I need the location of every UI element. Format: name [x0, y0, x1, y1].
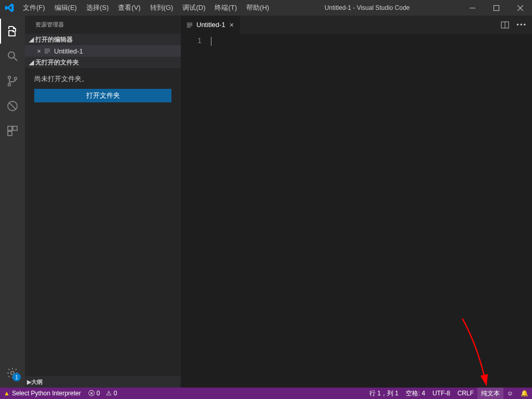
svg-rect-1 — [494, 5, 499, 10]
status-line-col[interactable]: 行 1，列 1 — [366, 388, 402, 399]
activity-search[interactable] — [0, 44, 25, 69]
search-icon — [6, 50, 19, 62]
bell-icon: 🔔 — [521, 390, 528, 397]
untitled-file-icon — [186, 21, 193, 29]
activity-extensions[interactable] — [0, 118, 25, 143]
vscode-window: 文件(F) 编辑(E) 选择(S) 查看(V) 转到(G) 调试(D) 终端(T… — [0, 0, 532, 399]
minimize-button[interactable] — [460, 0, 484, 16]
chevron-right-icon: ▶ — [27, 379, 31, 385]
menu-file[interactable]: 文件(F) — [18, 0, 50, 16]
status-indentation[interactable]: 空格: 4 — [402, 388, 429, 399]
editor-group: Untitled-1 × ••• 1 — [181, 16, 532, 388]
outline-header[interactable]: ▶ 大纲 — [25, 376, 181, 388]
status-problems[interactable]: ⓧ0 ⚠0 — [85, 388, 121, 399]
open-editors-header[interactable]: ◢ 打开的编辑器 — [25, 34, 181, 45]
sidebar-title: 资源管理器 — [25, 16, 181, 34]
chevron-down-icon: ◢ — [27, 36, 35, 43]
extensions-icon — [6, 125, 19, 137]
activity-settings[interactable]: 1 — [0, 361, 25, 385]
text-editor[interactable]: 1 — [181, 34, 532, 388]
chevron-down-icon: ◢ — [27, 59, 35, 66]
warning-icon: ▲ — [4, 390, 10, 397]
settings-badge: 1 — [12, 373, 21, 381]
tab-untitled-1[interactable]: Untitled-1 × — [181, 16, 241, 34]
error-count: 0 — [97, 390, 100, 397]
workbench-body: 1 资源管理器 ◢ 打开的编辑器 × Untitled-1 ◢ 无打开的文件夹 … — [0, 16, 532, 388]
svg-rect-11 — [8, 131, 12, 136]
svg-point-4 — [8, 76, 11, 79]
status-feedback[interactable]: ☺ — [503, 388, 517, 399]
activity-bar: 1 — [0, 16, 25, 388]
status-right: 行 1，列 1 空格: 4 UTF-8 CRLF 纯文本 ☺ 🔔 — [366, 388, 532, 399]
python-interpreter-label: Select Python Interpreter — [12, 390, 81, 397]
menu-selection[interactable]: 选择(S) — [82, 0, 113, 16]
status-left: ▲ Select Python Interpreter ⓧ0 ⚠0 — [0, 388, 121, 399]
activity-debug[interactable] — [0, 94, 25, 118]
svg-line-8 — [9, 102, 16, 110]
menu-terminal[interactable]: 终端(T) — [210, 0, 242, 16]
status-python-interpreter[interactable]: ▲ Select Python Interpreter — [0, 388, 85, 399]
line-number: 1 — [181, 36, 202, 46]
close-icon[interactable]: × — [34, 47, 44, 55]
line-number-gutter: 1 — [181, 34, 211, 388]
activity-source-control[interactable] — [0, 69, 25, 94]
window-controls — [460, 0, 532, 16]
sidebar-explorer: 资源管理器 ◢ 打开的编辑器 × Untitled-1 ◢ 无打开的文件夹 尚未… — [25, 16, 181, 388]
open-editors-label: 打开的编辑器 — [35, 35, 73, 44]
untitled-file-icon — [44, 47, 51, 55]
title-bar: 文件(F) 编辑(E) 选择(S) 查看(V) 转到(G) 调试(D) 终端(T… — [0, 0, 532, 16]
no-folder-label: 无打开的文件夹 — [35, 58, 79, 67]
text-cursor — [211, 37, 211, 46]
warning-count: 0 — [114, 390, 117, 397]
activity-explorer[interactable] — [0, 19, 25, 44]
menu-bar: 文件(F) 编辑(E) 选择(S) 查看(V) 转到(G) 调试(D) 终端(T… — [18, 0, 274, 16]
tab-label: Untitled-1 — [196, 21, 225, 29]
status-eol[interactable]: CRLF — [454, 388, 477, 399]
close-button[interactable] — [508, 0, 532, 16]
editor-content[interactable] — [211, 34, 532, 388]
svg-point-6 — [15, 77, 17, 80]
svg-rect-10 — [13, 126, 17, 130]
open-folder-button[interactable]: 打开文件夹 — [34, 89, 171, 102]
app-logo — [0, 3, 18, 12]
no-folder-header[interactable]: ◢ 无打开的文件夹 — [25, 57, 181, 68]
open-editor-item[interactable]: × Untitled-1 — [25, 45, 181, 57]
git-branch-icon — [6, 75, 19, 87]
bug-icon — [6, 100, 19, 112]
error-icon: ⓧ — [88, 389, 95, 398]
open-editor-filename: Untitled-1 — [54, 47, 83, 55]
status-notifications[interactable]: 🔔 — [517, 388, 532, 399]
window-title: Untitled-1 - Visual Studio Code — [274, 4, 460, 11]
no-folder-message: 尚未打开文件夹。 — [25, 68, 181, 89]
tab-bar: Untitled-1 × ••• — [181, 16, 532, 34]
maximize-button[interactable] — [484, 0, 508, 16]
status-encoding[interactable]: UTF-8 — [429, 388, 454, 399]
tab-close-button[interactable]: × — [229, 21, 235, 29]
more-actions-icon[interactable]: ••• — [516, 21, 527, 29]
menu-help[interactable]: 帮助(H) — [242, 0, 274, 16]
status-language-mode[interactable]: 纯文本 — [477, 388, 503, 399]
svg-line-3 — [14, 58, 17, 61]
svg-point-2 — [8, 52, 15, 58]
menu-view[interactable]: 查看(V) — [113, 0, 145, 16]
svg-rect-0 — [470, 8, 475, 8]
warning-icon: ⚠ — [106, 390, 112, 397]
menu-go[interactable]: 转到(G) — [145, 0, 178, 16]
menu-debug[interactable]: 调试(D) — [178, 0, 210, 16]
files-icon — [6, 25, 19, 37]
menu-edit[interactable]: 编辑(E) — [50, 0, 82, 16]
svg-point-5 — [8, 84, 11, 86]
svg-rect-9 — [8, 126, 12, 130]
status-bar: ▲ Select Python Interpreter ⓧ0 ⚠0 行 1，列 … — [0, 388, 532, 399]
outline-label: 大纲 — [31, 378, 43, 386]
smiley-icon: ☺ — [507, 390, 513, 397]
tab-actions: ••• — [501, 16, 532, 34]
split-editor-icon[interactable] — [501, 21, 509, 29]
